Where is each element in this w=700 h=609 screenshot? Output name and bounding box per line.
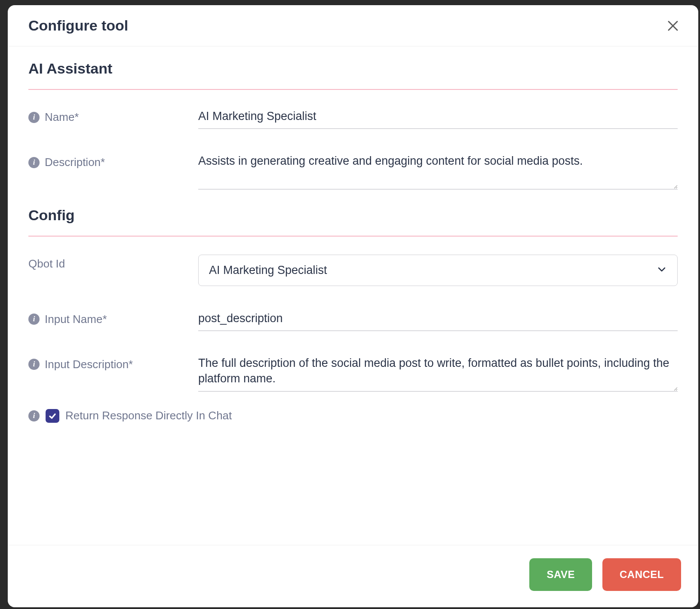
name-input[interactable] [198,108,678,129]
dialog-title: Configure tool [28,17,128,34]
input-name-label: Input Name* [45,313,107,326]
return-direct-label: Return Response Directly In Chat [65,409,232,422]
label-col: i Description* [28,153,198,169]
input-name-input[interactable] [198,310,678,331]
field-row-return-direct: i Return Response Directly In Chat [28,409,678,423]
save-button[interactable]: SAVE [529,558,592,591]
qbot-label: Qbot Id [28,257,65,271]
info-icon: i [28,359,40,370]
info-icon: i [28,157,40,168]
chevron-down-icon [657,264,667,276]
section-config-title: Config [28,207,678,224]
description-textarea[interactable] [198,153,678,190]
info-icon: i [28,112,40,123]
section-divider [28,236,678,237]
label-col: i Name* [28,108,198,124]
field-row-input-description: i Input Description* [28,355,678,394]
field-row-qbot: Qbot Id AI Marketing Specialist [28,255,678,286]
section-ai-assistant-title: AI Assistant [28,60,678,77]
dialog-header: Configure tool [8,5,698,46]
close-icon [667,20,679,32]
dialog-body: AI Assistant i Name* i Description* Conf… [8,46,698,545]
label-col: i Input Name* [28,310,198,326]
return-direct-checkbox[interactable] [46,409,59,423]
section-divider [28,89,678,90]
check-icon [48,412,57,420]
info-icon: i [28,410,40,421]
qbot-select-value: AI Marketing Specialist [209,264,327,277]
field-row-name: i Name* [28,108,678,129]
description-label: Description* [45,156,105,169]
input-description-label: Input Description* [45,358,133,371]
configure-tool-dialog: Configure tool AI Assistant i Name* i De… [8,5,698,607]
label-col: Qbot Id [28,255,198,271]
input-description-textarea[interactable] [198,355,678,392]
close-button[interactable] [665,18,681,34]
info-icon: i [28,314,40,325]
qbot-select[interactable]: AI Marketing Specialist [198,255,678,286]
dialog-footer: SAVE CANCEL [8,545,698,607]
field-row-input-name: i Input Name* [28,310,678,331]
field-row-description: i Description* [28,153,678,191]
name-label: Name* [45,111,79,124]
label-col: i Input Description* [28,355,198,371]
cancel-button[interactable]: CANCEL [602,558,681,591]
